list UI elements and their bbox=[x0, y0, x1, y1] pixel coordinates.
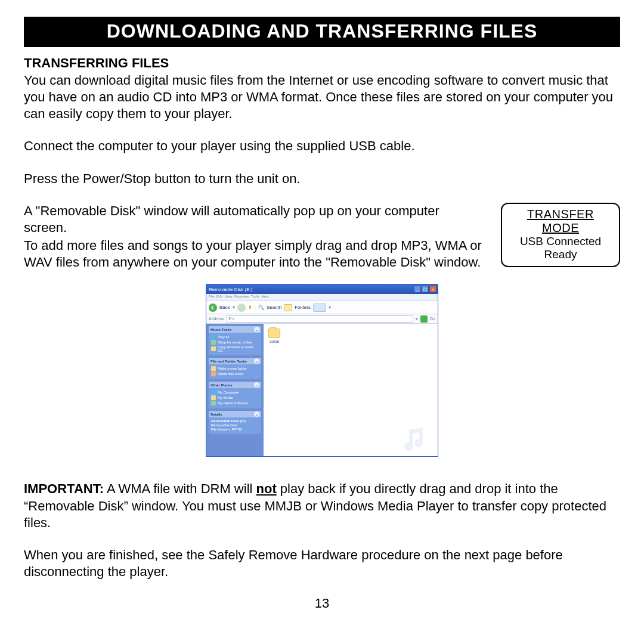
power-paragraph: Press the Power/Stop button to turn the … bbox=[24, 171, 620, 187]
music-watermark-icon bbox=[402, 423, 432, 453]
search-icon[interactable]: 🔍 bbox=[258, 305, 264, 310]
search-label: Search bbox=[267, 305, 281, 310]
newfolder-icon bbox=[211, 366, 216, 371]
device-line2: USB Connected bbox=[510, 235, 611, 248]
close-icon[interactable]: × bbox=[429, 286, 436, 293]
address-field[interactable]: E:\ bbox=[227, 315, 413, 323]
xp-menubar: File Edit View Favorites Tools Help bbox=[206, 294, 438, 301]
shop-icon bbox=[211, 340, 216, 345]
xp-main-pane[interactable]: voice bbox=[264, 324, 438, 456]
back-icon[interactable] bbox=[209, 304, 217, 312]
xp-sidebar: Music Tasks⌄ Play all Shop for music onl… bbox=[206, 324, 264, 456]
page-number: 13 bbox=[24, 596, 620, 611]
explorer-screenshot: Removable Disk (E:) _ □ × File Edit View… bbox=[24, 284, 620, 457]
back-label: Back bbox=[219, 305, 230, 310]
go-label: Go bbox=[430, 317, 435, 321]
xp-titlebar: Removable Disk (E:) _ □ × bbox=[206, 284, 438, 294]
xp-addressbar: Address E:\ ▾ Go bbox=[206, 314, 438, 324]
page-title-bar: DOWNLOADING AND TRANSFERRING FILES bbox=[24, 17, 620, 47]
important-prefix: IMPORTANT: bbox=[24, 481, 104, 496]
device-line3: Ready bbox=[510, 248, 611, 261]
panel-file-folder: File and Folder Tasks⌄ Make a new folder… bbox=[209, 358, 261, 379]
finish-paragraph: When you are finished, see the Safely Re… bbox=[24, 547, 620, 580]
connect-paragraph: Connect the computer to your player usin… bbox=[24, 138, 620, 154]
up-icon[interactable]: ⬆ bbox=[248, 305, 252, 310]
maximize-icon[interactable]: □ bbox=[422, 286, 429, 293]
go-icon[interactable] bbox=[420, 315, 428, 323]
folders-label: Folders bbox=[295, 305, 311, 310]
chevron-icon[interactable]: ⌄ bbox=[254, 382, 259, 388]
mycomputer-icon bbox=[211, 390, 216, 395]
device-line1: TRANSFER MODE bbox=[510, 208, 611, 235]
chevron-icon[interactable]: ⌄ bbox=[254, 327, 259, 332]
forward-icon[interactable] bbox=[237, 304, 246, 312]
panel-details: Details⌄ Removable Disk (E:) Removable D… bbox=[209, 411, 261, 434]
folder-label: voice bbox=[270, 339, 279, 343]
folders-icon[interactable] bbox=[284, 304, 292, 311]
folder-icon[interactable] bbox=[268, 329, 280, 338]
share-icon bbox=[211, 371, 216, 376]
play-icon bbox=[211, 335, 216, 339]
network-icon bbox=[211, 401, 216, 405]
chevron-icon[interactable]: ⌄ bbox=[254, 411, 259, 417]
xp-title-text: Removable Disk (E:) bbox=[209, 287, 252, 292]
xp-toolbar: Back ▾ ⬆ | 🔍 Search Folders ▾ bbox=[206, 301, 438, 314]
device-screen: TRANSFER MODE USB Connected Ready bbox=[501, 203, 620, 267]
views-icon[interactable] bbox=[313, 304, 326, 312]
important-note: IMPORTANT: A WMA file with DRM will not … bbox=[24, 481, 620, 531]
panel-music-tasks: Music Tasks⌄ Play all Shop for music onl… bbox=[209, 326, 261, 355]
burn-icon bbox=[211, 346, 216, 351]
minimize-icon[interactable]: _ bbox=[414, 286, 421, 293]
chevron-icon[interactable]: ⌄ bbox=[254, 358, 259, 364]
dragndrop-paragraph: To add more files and songs to your play… bbox=[24, 237, 483, 271]
important-not: not bbox=[256, 481, 277, 496]
mymusic-icon bbox=[211, 395, 216, 400]
xp-window: Removable Disk (E:) _ □ × File Edit View… bbox=[206, 284, 438, 457]
panel-other-places: Other Places⌄ My Computer My Music My Ne… bbox=[209, 382, 261, 408]
intro-paragraph: You can download digital music files fro… bbox=[24, 72, 620, 122]
popup-paragraph: A "Removable Disk" window will automatic… bbox=[24, 203, 483, 236]
subheading: TRANSFERRING FILES bbox=[24, 55, 620, 71]
address-label: Address bbox=[209, 317, 224, 321]
